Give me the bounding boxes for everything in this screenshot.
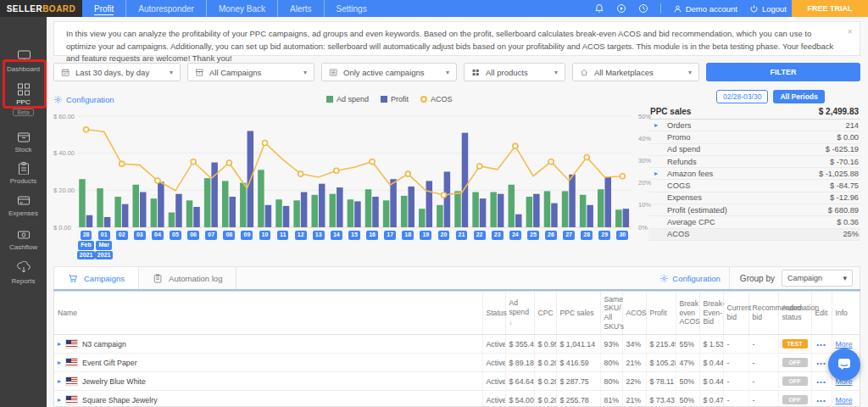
expand-icon[interactable]: ▸ (58, 359, 61, 366)
history-clock-icon[interactable] (638, 3, 648, 14)
ppc-chart: $ 0.00$ 20.00$ 40.00$ 60.000%10%20%30%40… (53, 109, 657, 259)
expand-icon[interactable]: ▸ (654, 170, 658, 177)
column-header-edit[interactable]: Edit (811, 292, 832, 335)
automation-status-badge[interactable]: TEST (782, 339, 808, 348)
all-periods-button[interactable]: All Periods (773, 90, 824, 103)
nav-item-autoresponder[interactable]: Autoresponder (125, 0, 206, 17)
expand-icon[interactable]: ▸ (58, 377, 61, 385)
x-axis-label: 23 (488, 231, 506, 259)
sort-desc-icon: ↓ (509, 319, 531, 327)
cart-icon (68, 273, 79, 284)
column-header-ad_spend[interactable]: Ad spend↓ (505, 292, 534, 335)
video-tutorials-icon[interactable] (616, 3, 626, 14)
chat-widget-button[interactable] (828, 348, 860, 381)
logout-button[interactable]: Logout (749, 4, 787, 14)
account-menu[interactable]: Demo account (673, 4, 737, 14)
free-trial-button[interactable]: FREE TRIAL (792, 0, 868, 17)
column-header-current_bid[interactable]: Current bid (723, 292, 748, 335)
cell-break_even_bid: $ 0.44 (699, 354, 723, 372)
nav-item-money-back[interactable]: Money Back (206, 0, 277, 17)
cell-acos: 22% (622, 372, 646, 391)
date-range-button[interactable]: 02/28-03/30 (716, 90, 768, 103)
sidebar-item-products[interactable]: Products (0, 161, 47, 185)
banner-close-icon[interactable]: × (848, 25, 853, 39)
campaign-name[interactable]: Event Gift Paper (82, 359, 137, 367)
svg-text:0%: 0% (638, 224, 648, 231)
legend-swatch (420, 96, 427, 103)
filter-dropdown-last-30-days-by-day[interactable]: Last 30 days, by day▾ (53, 63, 181, 81)
filter-dropdown-only-active-campaigns[interactable]: Only active campaigns▾ (321, 63, 457, 81)
column-header-acos[interactable]: ACOS (622, 292, 646, 335)
sidebar-item-ppc[interactable]: PPCBeta (0, 82, 47, 116)
tab-automation-log[interactable]: Automation log (139, 267, 236, 289)
nav-item-profit[interactable]: Profit (82, 0, 125, 17)
cashflow-icon (16, 227, 31, 241)
campaign-name[interactable]: Jewelry Blue White (82, 377, 146, 386)
cell-break_even_bid: $ 0.47 (699, 391, 723, 407)
edit-menu-button[interactable]: ••• (816, 397, 826, 404)
cell-ppc_sales: $ 255.78 (556, 391, 600, 407)
column-header-recommended_bid[interactable]: Recommended bid (748, 292, 778, 335)
sidebar-item-reports[interactable]: Reports (0, 261, 47, 285)
edit-menu-button[interactable]: ••• (816, 360, 826, 367)
column-header-status[interactable]: Status (482, 292, 505, 335)
nav-item-alerts[interactable]: Alerts (277, 0, 324, 17)
cell-ad_spend: $ 54.00 (505, 391, 534, 407)
more-link[interactable]: More (836, 340, 853, 348)
sidebar-item-dashboard[interactable]: Dashboard (0, 49, 47, 73)
automation-status-badge[interactable]: OFF (782, 376, 808, 386)
filter-dropdown-all-marketplaces[interactable]: All Marketplaces▾ (572, 63, 699, 81)
automation-status-badge[interactable]: OFF (782, 395, 808, 404)
filter-dropdown-all-campaigns[interactable]: All Campaigns▾ (187, 63, 314, 81)
filter-dropdown-all-products[interactable]: All products▾ (464, 63, 565, 81)
cell-cpc: $ 0.20 (534, 391, 556, 407)
cell-break_even_acos: 55% (676, 335, 699, 354)
column-header-profit[interactable]: Profit (646, 292, 676, 335)
svg-text:$ 0.00: $ 0.00 (53, 224, 71, 231)
column-header-ppc_sales[interactable]: PPC sales (556, 292, 600, 335)
products-icon (16, 161, 31, 175)
sellerboard-logo[interactable]: SELLERBOARD (0, 0, 82, 17)
automation-status-badge[interactable]: OFF (782, 358, 808, 367)
power-icon (749, 4, 759, 14)
cell-break_even_acos: 47% (676, 354, 699, 372)
column-header-name[interactable]: Name (54, 292, 482, 335)
column-header-cpc[interactable]: CPC (534, 292, 556, 335)
sidebar-item-expenses[interactable]: Expenses (0, 193, 47, 217)
expand-icon[interactable]: ▸ (654, 121, 658, 129)
more-link[interactable]: More (836, 396, 853, 404)
campaign-name[interactable]: N3 campaign (82, 340, 126, 348)
cell-acos: 34% (622, 335, 646, 354)
filter-button[interactable]: FILTER (706, 63, 860, 81)
summary-row-cogs: COGS$ -84.75 (648, 180, 860, 192)
tab-campaigns[interactable]: Campaigns (54, 267, 139, 289)
expand-icon[interactable]: ▸ (58, 396, 61, 404)
nav-item-settings[interactable]: Settings (324, 0, 379, 17)
x-axis-label: 28Feb2021 (77, 231, 95, 259)
column-header-same_sku[interactable]: Same SKU/ All SKU's (600, 292, 622, 335)
table-configuration-link[interactable]: Configuration (659, 274, 721, 283)
bell-icon[interactable] (594, 3, 604, 14)
group-by-select[interactable]: Campaign▾ (782, 270, 853, 287)
column-header-automation_status[interactable]: Automation status (778, 292, 811, 335)
sidebar-item-stock[interactable]: Stock (0, 130, 47, 153)
summary-row-acos: ACOS25% (648, 229, 860, 241)
cell-current_bid: - (723, 372, 748, 391)
edit-menu-button[interactable]: ••• (816, 341, 826, 348)
campaign-name[interactable]: Square Shape Jewelry (82, 396, 158, 404)
column-header-info[interactable]: Info (832, 292, 860, 335)
sidebar-item-cashflow[interactable]: Cashflow (0, 227, 47, 251)
topbar-divider (660, 3, 661, 14)
column-header-break_even_acos[interactable]: Break even ACOS (676, 292, 699, 335)
chart-configuration-link[interactable]: Configuration (53, 95, 114, 104)
x-axis-label: 26 (542, 231, 559, 259)
chevron-down-icon: ▾ (303, 69, 307, 76)
chat-icon (836, 356, 853, 373)
cell-same_sku: 80% (600, 354, 622, 372)
edit-menu-button[interactable]: ••• (816, 378, 826, 386)
table-row: ▸N3 campaignActive$ 355.45$ 0.95$ 1,041.… (54, 335, 860, 354)
expand-icon[interactable]: ▸ (58, 340, 61, 348)
us-flag-icon (65, 376, 78, 386)
column-header-break_even_bid[interactable]: Break-Even-Bid (699, 292, 723, 335)
chart-canvas: $ 0.00$ 20.00$ 40.00$ 60.000%10%20%30%40… (53, 109, 657, 231)
